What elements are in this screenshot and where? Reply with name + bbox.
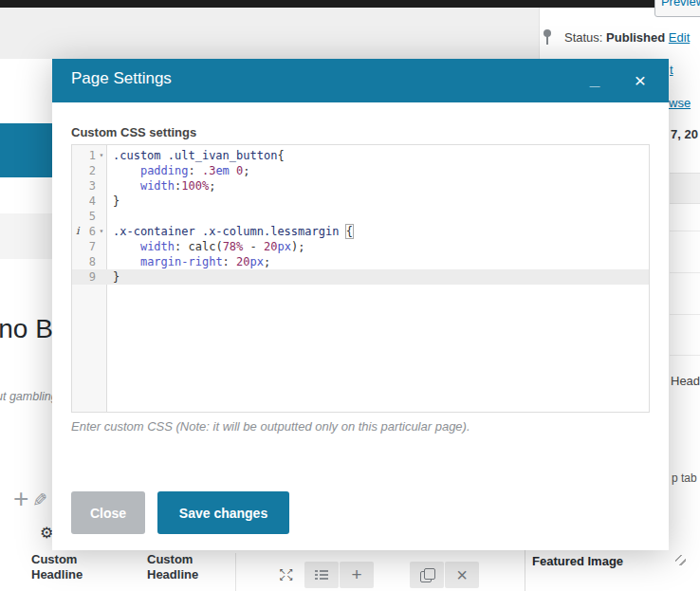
status-label: Status: <box>564 30 602 45</box>
line-number: 1 <box>77 148 96 163</box>
save-changes-button[interactable]: Save changes <box>157 491 289 534</box>
code-line[interactable]: 2 padding: .3em 0; <box>72 163 649 178</box>
status-edit-link[interactable]: Edit <box>669 30 690 45</box>
fold-arrow-icon[interactable]: ▾ <box>96 148 107 163</box>
resize-handle-icon[interactable] <box>675 555 686 565</box>
code-line[interactable]: 4} <box>72 194 649 209</box>
custom-headline-widget[interactable]: Custom Headline <box>31 552 83 582</box>
widget-label-line: Custom <box>147 552 198 567</box>
code-token-pn: } <box>113 194 120 208</box>
toolbar-gap <box>375 562 410 588</box>
line-number: 2 <box>77 163 96 178</box>
layout-button[interactable] <box>304 562 339 588</box>
browse-link-fragment[interactable]: wse <box>669 96 691 110</box>
code-token-pn: ; <box>243 164 249 177</box>
minimize-icon[interactable]: _ <box>583 69 606 92</box>
code-token-pn: : <box>188 164 201 177</box>
close-icon[interactable]: × <box>629 69 652 92</box>
code-text[interactable]: width: calc(78% - 20px); <box>107 239 649 254</box>
edit-pencil-icon[interactable]: ✎ <box>32 489 47 511</box>
gutter-cell: 8 <box>72 254 107 269</box>
code-line[interactable]: 3 width:100%; <box>72 178 649 194</box>
code-token-unit: px <box>277 240 290 253</box>
fold-spacer <box>96 178 107 194</box>
custom-headline-widget[interactable]: Custom Headline <box>147 552 198 582</box>
line-number: 6 <box>77 224 96 239</box>
row-separator <box>670 355 700 356</box>
code-token-pn: } <box>113 270 120 284</box>
code-line[interactable]: 9} <box>72 269 649 285</box>
move-icon: ↖↗↙↘ <box>279 568 294 582</box>
fold-spacer <box>96 269 107 285</box>
code-text[interactable]: margin-right: 20px; <box>107 254 649 269</box>
code-text[interactable]: } <box>107 194 649 209</box>
code-lines: 1▾.custom .ult_ivan_button{2 padding: .3… <box>72 148 649 285</box>
add-element-icon[interactable]: + <box>13 484 28 514</box>
fold-spacer <box>96 194 107 209</box>
helper-text: Enter custom CSS (Note: it will be outpu… <box>71 419 470 434</box>
code-line[interactable]: i6▾.x-container .x-column.lessmargin { <box>72 224 649 239</box>
row-separator <box>670 272 700 273</box>
top-black-bar <box>0 0 659 8</box>
move-button[interactable]: ↖↗↙↘ <box>269 562 304 588</box>
code-token-pn <box>113 240 140 253</box>
code-token-prop: width <box>140 179 175 193</box>
gutter-cell: 4 <box>72 194 107 209</box>
code-token-num: .3 <box>202 164 215 177</box>
status-value: Published <box>606 30 665 45</box>
code-text[interactable]: padding: .3em 0; <box>107 163 649 178</box>
gutter-cell: 5 <box>72 209 107 224</box>
code-token-num: 100% <box>181 179 209 193</box>
plus-icon: + <box>351 564 361 585</box>
code-token-pn: : <box>175 240 188 253</box>
code-text[interactable]: .x-container .x-column.lessmargin { <box>107 224 649 239</box>
css-code-editor[interactable]: 1▾.custom .ult_ivan_button{2 padding: .3… <box>71 144 650 413</box>
line-number: 8 <box>77 254 96 269</box>
code-token-prop: padding <box>140 164 189 177</box>
gutter-cell: 1▾ <box>72 148 107 163</box>
close-button[interactable]: Close <box>71 491 145 534</box>
gutter-cell: 9 <box>72 269 107 285</box>
code-token-pn <box>230 164 236 177</box>
preview-button[interactable]: Preview <box>654 0 700 17</box>
code-text[interactable]: .custom .ult_ivan_button{ <box>107 148 649 163</box>
code-token-match: { <box>346 225 353 238</box>
code-text[interactable]: } <box>107 269 649 285</box>
line-number: 7 <box>77 239 96 254</box>
screen: Preview Status: Published Edit t wse 7, … <box>0 0 700 591</box>
featured-image-label: Featured Image <box>532 554 623 568</box>
code-token-pn: ( <box>215 240 222 253</box>
modal-footer: Close Save changes <box>71 491 289 534</box>
code-token-pn <box>339 225 345 238</box>
clone-button[interactable] <box>410 562 444 588</box>
widget-label-line: Headline <box>147 567 198 582</box>
row-separator <box>670 231 700 231</box>
clone-icon <box>420 568 433 582</box>
code-line[interactable]: 1▾.custom .ult_ivan_button{ <box>72 148 649 163</box>
fold-spacer <box>96 254 107 269</box>
code-line[interactable]: 7 width: calc(78% - 20px); <box>72 239 649 254</box>
code-line[interactable]: 5 <box>72 209 649 224</box>
code-text[interactable] <box>107 209 649 224</box>
fold-arrow-icon[interactable]: ▾ <box>96 224 107 239</box>
code-line[interactable]: 8 margin-right: 20px; <box>72 254 649 269</box>
widget-divider <box>235 553 236 591</box>
gutter-cell: 3 <box>72 178 107 194</box>
page-settings-modal: Page Settings _ × Custom CSS settings 1▾… <box>52 59 669 550</box>
element-toolbar: ↖↗↙↘ + × <box>269 562 480 588</box>
builder-teal-bar <box>0 123 52 177</box>
code-token-prop: margin-right <box>140 255 223 268</box>
list-icon <box>315 570 328 580</box>
code-token-unit: em <box>215 164 229 177</box>
edit-link-fragment[interactable]: t <box>670 63 673 77</box>
delete-button[interactable]: × <box>445 562 479 588</box>
fold-spacer <box>96 163 107 178</box>
code-token-kw: calc <box>188 240 215 253</box>
status-text: Status: Published Edit <box>564 30 690 45</box>
publish-date-fragment: 7, 20 <box>671 127 698 141</box>
add-button[interactable]: + <box>340 562 374 588</box>
code-text[interactable]: width:100%; <box>107 178 649 194</box>
pushpin-icon <box>543 29 552 46</box>
status-row: Status: Published Edit <box>539 29 695 48</box>
code-token-pn <box>113 179 140 193</box>
